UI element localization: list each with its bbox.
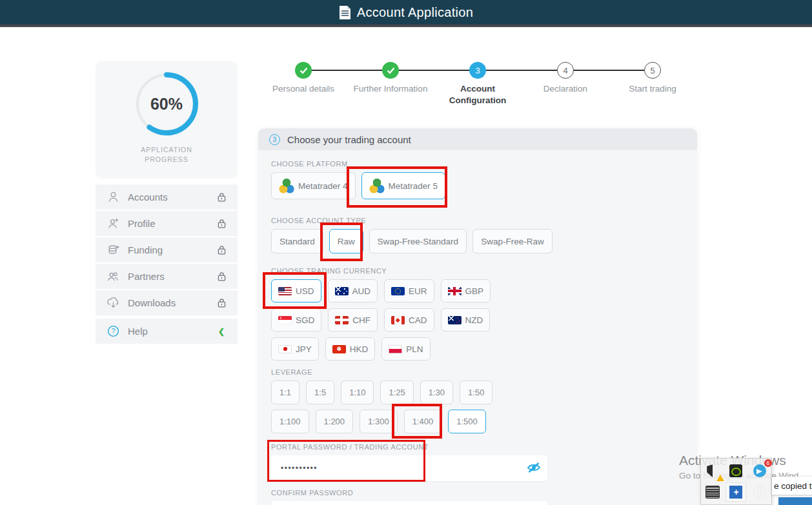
leverage-option[interactable]: 1:30 (420, 381, 453, 404)
currency-flag-icon (278, 345, 292, 353)
sidebar-item-profile[interactable]: Profile (96, 211, 238, 236)
step-declaration[interactable]: 4 Declaration (520, 62, 611, 95)
sidebar-item-accounts[interactable]: Accounts (96, 184, 238, 210)
currency-flag-icon (391, 287, 405, 295)
confirm-password-input[interactable] (271, 501, 547, 505)
notification-action-button[interactable] (778, 497, 812, 505)
leverage-option[interactable]: 1:400 (404, 410, 442, 433)
leverage-option[interactable]: 1:200 (316, 410, 354, 433)
leverage-option[interactable]: 1:500 (448, 410, 486, 433)
account-type-option[interactable]: Swap-Free-Raw (472, 229, 553, 253)
platform-option-label: Metatrader 4 (298, 181, 348, 191)
notification-text: e copied to (774, 481, 812, 491)
leverage-option[interactable]: 1:5 (306, 381, 334, 404)
leverage-option[interactable]: 1:1 (271, 381, 299, 404)
globe-icon[interactable] (750, 483, 769, 501)
tray-row: + (701, 483, 771, 501)
progress-label-line2: PROGRESS (96, 155, 238, 164)
lock-icon (215, 244, 228, 255)
sidebar-item-partners[interactable]: Partners (96, 264, 238, 289)
sidebar-item-label: Downloads (128, 297, 215, 308)
clipboard-notification: e copied to (772, 477, 812, 495)
progress-percent: 60% (133, 70, 200, 137)
nvidia-icon[interactable] (726, 462, 746, 480)
currency-option[interactable]: CAD (384, 308, 434, 332)
telegram-icon[interactable]: 6 (750, 462, 769, 480)
account-type-option-label: Swap-Free-Standard (378, 237, 458, 246)
currency-option-label: USD (296, 286, 314, 296)
step-further-information[interactable]: Further Information (345, 62, 436, 95)
leverage-option-label: 1:30 (429, 388, 445, 397)
sidebar-item-label: Accounts (128, 192, 215, 203)
people-icon (105, 270, 121, 283)
step-account-configuration[interactable]: 3 Account Configuration (432, 62, 523, 106)
plus-tile-icon[interactable]: + (726, 483, 746, 501)
currency-option-label: CHF (352, 315, 370, 325)
leverage-option[interactable]: 1:25 (380, 381, 413, 404)
currency-option-label: GBP (465, 286, 484, 296)
leverage-option[interactable]: 1:100 (271, 410, 309, 433)
portal-password-input[interactable] (271, 455, 547, 481)
leverage-option[interactable]: 1:300 (360, 410, 398, 433)
sidebar-item-label: Profile (128, 218, 215, 229)
platform-option-metatrader4[interactable]: Metatrader 4 (271, 172, 356, 199)
platform-option-metatrader5[interactable]: Metatrader 5 (361, 172, 446, 199)
currency-option[interactable]: PLN (381, 337, 430, 361)
currency-option[interactable]: JPY (271, 337, 319, 361)
currency-option[interactable]: NZD (441, 308, 491, 332)
leverage-option-label: 1:100 (279, 417, 301, 426)
lock-icon (215, 218, 228, 229)
help-icon: ? (105, 324, 121, 338)
terminal-icon[interactable] (703, 483, 722, 501)
leverage-option-label: 1:5 (314, 388, 326, 397)
document-icon (339, 5, 351, 20)
currency-option[interactable]: HKD (325, 337, 376, 361)
leverage-option-label: 1:400 (412, 417, 434, 426)
telegram-badge: 6 (764, 459, 772, 467)
tray-row: 6 (701, 462, 771, 480)
confirm-password-field-wrap (271, 501, 547, 505)
currency-option-label: CAD (409, 315, 427, 325)
leverage-option-label: 1:500 (456, 417, 478, 426)
sidebar-item-funding[interactable]: Funding (96, 237, 238, 262)
chevron-left-icon: ❮ (215, 327, 228, 336)
screen: Account Application 60% APPLICATION PROG… (0, 0, 812, 505)
currency-option[interactable]: SGD (271, 308, 321, 332)
platform-options: Metatrader 4 Metatrader 5 (271, 172, 697, 199)
sidebar-item-help[interactable]: ? Help ❮ (96, 319, 238, 344)
sidebar-item-downloads[interactable]: Downloads (96, 290, 238, 315)
leverage-options: 1:1 1:5 1:10 1:25 1:30 1:50 1:100 1:200 (271, 381, 531, 433)
defender-shield-icon[interactable] (703, 462, 722, 480)
currency-option[interactable]: USD (271, 279, 321, 302)
account-type-option[interactable]: Raw (329, 229, 363, 253)
step-number: 4 (557, 62, 574, 79)
currency-flag-icon (278, 316, 292, 324)
step-number: 3 (469, 62, 486, 79)
leverage-option[interactable]: 1:10 (341, 381, 374, 404)
currency-option[interactable]: GBP (441, 279, 491, 302)
currency-option[interactable]: EUR (384, 279, 434, 302)
lock-icon (215, 297, 228, 308)
progress-card: 60% APPLICATION PROGRESS (96, 61, 238, 179)
currency-option-label: NZD (465, 315, 483, 325)
currency-option[interactable]: AUD (328, 279, 378, 302)
leverage-option[interactable]: 1:50 (460, 381, 492, 404)
confirm-password-label: CONFIRM PASSWORD (271, 489, 697, 497)
eye-slash-icon[interactable] (525, 460, 542, 476)
platform-group-label: CHOOSE PLATFORM (271, 160, 697, 168)
account-type-option-label: Standard (279, 237, 315, 246)
lock-icon (215, 192, 228, 203)
portal-password-field-wrap (271, 455, 547, 481)
cloud-download-icon (105, 296, 121, 310)
leverage-option-label: 1:50 (468, 388, 484, 397)
step-start-trading[interactable]: 5 Start trading (607, 62, 698, 95)
currency-option[interactable]: CHF (328, 308, 378, 332)
header-strip (0, 25, 812, 27)
currency-options: USD AUD EUR GBP SGD (271, 279, 539, 361)
currency-flag-icon (389, 345, 402, 353)
account-type-option[interactable]: Standard (271, 229, 323, 253)
step-personal-details[interactable]: Personal details (258, 62, 349, 95)
currency-flag-icon (391, 316, 405, 324)
account-type-option[interactable]: Swap-Free-Standard (369, 229, 467, 253)
check-icon (295, 62, 312, 79)
